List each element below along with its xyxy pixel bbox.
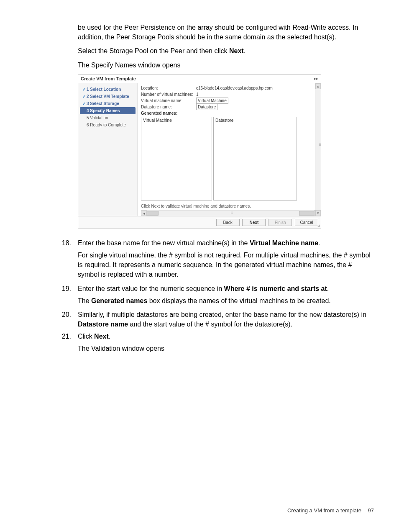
step-select-location[interactable]: ✓1 Select Location: [80, 86, 136, 93]
wizard-footer: Back Next Finish Cancel ◢: [78, 216, 321, 229]
dsname-input[interactable]: Datastore: [196, 104, 217, 110]
intro-p2-post: .: [244, 47, 246, 54]
step-num: 21.: [60, 332, 78, 341]
hscroll-thumb[interactable]: [147, 211, 159, 216]
step-20: 20. Similarly, if multiple datastores ar…: [25, 310, 374, 329]
step-19: 19. Enter the start value for the numeri…: [25, 284, 374, 293]
dsname-label: Datastore name:: [141, 105, 196, 109]
scroll-up-icon[interactable]: ▴: [315, 83, 321, 89]
step-num: 20.: [60, 310, 78, 329]
grip-icon: ⠿: [319, 143, 320, 156]
step-19-detail: The Generated names box displays the nam…: [78, 296, 374, 306]
generated-names-box: Virtual Machine Datastore: [141, 117, 320, 200]
wizard-window: Create VM from Template ▸▸ ✓1 Select Loc…: [78, 74, 321, 229]
wizard-titlebar: Create VM from Template ▸▸: [78, 75, 321, 83]
step-21: 21. Click Next.: [25, 332, 374, 341]
intro-p3: The Specify Names window opens: [78, 60, 374, 70]
finish-button: Finish: [269, 219, 292, 226]
wizard-content: Location: c16-blade14.casldev.casl.adapp…: [138, 83, 321, 216]
grip-icon: ⠿: [230, 211, 233, 215]
numvm-label: Number of virtual machines:: [141, 92, 196, 97]
cancel-button[interactable]: Cancel: [295, 219, 318, 226]
wizard-title: Create VM from Template: [81, 76, 136, 81]
resize-icon[interactable]: ◢: [317, 224, 320, 228]
check-icon: ✓: [82, 94, 87, 99]
intro-p2-bold: Next: [229, 47, 244, 54]
check-icon: ✓: [82, 87, 87, 92]
validation-hint: Click Next to validate virtual machine a…: [141, 204, 320, 208]
step-specify-names[interactable]: 4 Specify Names: [80, 107, 136, 114]
step-21-detail: The Validation window opens: [78, 344, 374, 353]
location-label: Location:: [141, 86, 196, 90]
step-select-storage[interactable]: ✓3 Select Storage: [80, 100, 136, 107]
vertical-scrollbar[interactable]: ▴ ⠿ ▾: [315, 83, 321, 216]
scroll-down-icon[interactable]: ▾: [315, 210, 321, 216]
step-select-vm-template[interactable]: ✓2 Select VM Template: [80, 93, 136, 100]
step-18: 18. Enter the base name for the new virt…: [25, 238, 374, 248]
scroll-left-icon[interactable]: ◂: [141, 211, 147, 216]
footer-text: Creating a VM from a template: [287, 507, 361, 514]
step-18-detail: For single virtual machine, the # symbol…: [78, 250, 374, 280]
step-num: 19.: [60, 284, 78, 293]
page-footer: Creating a VM from a template 97: [287, 507, 374, 514]
back-button[interactable]: Back: [216, 219, 240, 226]
step-ready-to-complete[interactable]: 6 Ready to Complete: [80, 121, 136, 129]
generated-names-label: Generated names:: [141, 111, 320, 116]
hscroll-thumb[interactable]: [299, 211, 314, 216]
numvm-value: 1: [196, 92, 320, 97]
intro-p1: be used for the Peer Persistence on the …: [78, 23, 374, 42]
step-validation[interactable]: 5 Validation: [80, 114, 136, 121]
step-num: 18.: [60, 238, 78, 248]
intro-p2: Select the Storage Pool on the Peer and …: [78, 46, 374, 56]
horizontal-scrollbar[interactable]: ◂ ⠿ ▸: [141, 210, 320, 216]
collapse-icon[interactable]: ▸▸: [314, 76, 318, 81]
wizard-sidebar: ✓1 Select Location ✓2 Select VM Template…: [78, 83, 138, 216]
generated-names-col-ds: Datastore: [213, 117, 297, 200]
vmname-label: Virtual machine name:: [141, 98, 196, 103]
intro-p2-pre: Select the Storage Pool on the Peer and …: [78, 47, 229, 54]
footer-page-number: 97: [368, 507, 374, 514]
location-value: c16-blade14.casldev.casl.adapps.hp.com: [196, 86, 320, 90]
vmname-input[interactable]: Virtual Machine: [196, 98, 228, 104]
generated-names-col-vm: Virtual Machine: [141, 117, 212, 200]
next-button[interactable]: Next: [242, 219, 266, 226]
check-icon: ✓: [82, 101, 87, 106]
